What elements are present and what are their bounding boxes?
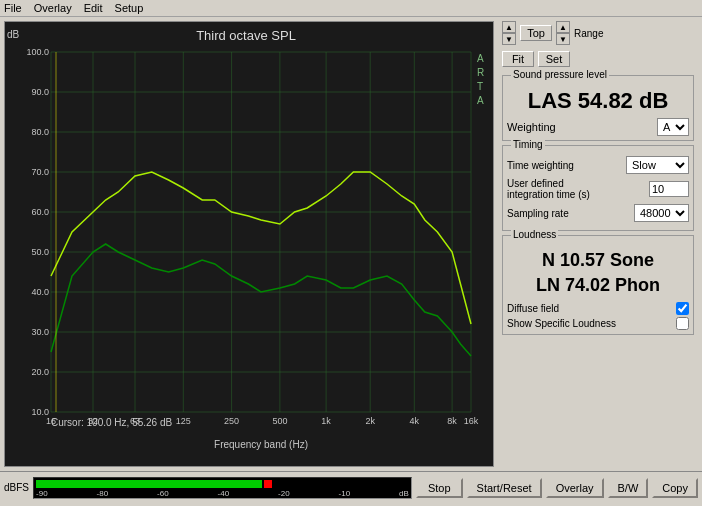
spectrum-chart[interactable] xyxy=(5,22,487,452)
menu-edit[interactable]: Edit xyxy=(84,2,103,14)
loudness-panel: Loudness N 10.57 Sone LN 74.02 Phon Diff… xyxy=(502,235,694,335)
timing-panel: Timing Time weighting FastSlowImpulse Us… xyxy=(502,145,694,231)
right-panel: ▲ ▼ Top ▲ ▼ Range Fit Set Sound pressure… xyxy=(498,17,698,471)
diffuse-label: Diffuse field xyxy=(507,303,559,314)
range-arrows: ▲ ▼ xyxy=(556,21,570,45)
diffuse-row: Diffuse field xyxy=(507,302,689,315)
integration-input[interactable] xyxy=(649,181,689,197)
level-meter: -90-80-60-40-20-10dB xyxy=(33,477,412,499)
top-controls: ▲ ▼ Top ▲ ▼ Range xyxy=(502,21,694,45)
sampling-select[interactable]: 441004800096000 xyxy=(634,204,689,222)
fit-set-row: Fit Set xyxy=(502,51,694,67)
meter-scale: -90-80-60-40-20-10dB xyxy=(34,489,411,498)
top-arrows: ▲ ▼ xyxy=(502,21,516,45)
menu-file[interactable]: File xyxy=(4,2,22,14)
weighting-select[interactable]: ABCZ xyxy=(657,118,689,136)
weighting-label: Weighting xyxy=(507,121,556,133)
top-button[interactable]: Top xyxy=(520,25,552,41)
spl-value: LAS 54.82 dB xyxy=(507,88,689,114)
sampling-row: Sampling rate 441004800096000 xyxy=(507,204,689,222)
menu-bar: File Overlay Edit Setup xyxy=(0,0,702,17)
top-down-btn[interactable]: ▼ xyxy=(502,33,516,45)
dbfs-label: dBFS xyxy=(4,482,29,493)
diffuse-checkbox[interactable] xyxy=(676,302,689,315)
integration-label: User defined integration time (s) xyxy=(507,178,607,200)
spl-panel-title: Sound pressure level xyxy=(511,69,609,80)
meter-red xyxy=(264,480,272,488)
specific-loudness-label: Show Specific Loudness xyxy=(507,318,616,329)
loudness-panel-title: Loudness xyxy=(511,229,558,240)
chart-area xyxy=(4,21,494,467)
range-down-btn[interactable]: ▼ xyxy=(556,33,570,45)
overlay-button[interactable]: Overlay xyxy=(546,478,604,498)
main-area: ▲ ▼ Top ▲ ▼ Range Fit Set Sound pressure… xyxy=(0,17,702,471)
range-label: Range xyxy=(574,28,603,39)
top-up-btn[interactable]: ▲ xyxy=(502,21,516,33)
integration-row: User defined integration time (s) xyxy=(507,178,689,200)
meter-green xyxy=(36,480,262,488)
bottom-bar: dBFS -90-80-60-40-20-10dB Stop Start/Res… xyxy=(0,471,702,503)
time-weighting-select[interactable]: FastSlowImpulse xyxy=(626,156,689,174)
specific-loudness-row: Show Specific Loudness xyxy=(507,317,689,330)
time-weighting-label: Time weighting xyxy=(507,160,574,171)
sampling-label: Sampling rate xyxy=(507,208,569,219)
range-up-btn[interactable]: ▲ xyxy=(556,21,570,33)
stop-button[interactable]: Stop xyxy=(416,478,463,498)
loudness-value: N 10.57 Sone LN 74.02 Phon xyxy=(507,248,689,298)
fit-button[interactable]: Fit xyxy=(502,51,534,67)
weighting-row: Weighting ABCZ xyxy=(507,118,689,136)
time-weighting-row: Time weighting FastSlowImpulse xyxy=(507,156,689,174)
timing-panel-title: Timing xyxy=(511,139,545,150)
specific-checkbox[interactable] xyxy=(676,317,689,330)
menu-setup[interactable]: Setup xyxy=(115,2,144,14)
set-button[interactable]: Set xyxy=(538,51,570,67)
bw-button[interactable]: B/W xyxy=(608,478,649,498)
start-reset-button[interactable]: Start/Reset xyxy=(467,478,542,498)
spl-panel: Sound pressure level LAS 54.82 dB Weight… xyxy=(502,75,694,141)
menu-overlay[interactable]: Overlay xyxy=(34,2,72,14)
copy-button[interactable]: Copy xyxy=(652,478,698,498)
